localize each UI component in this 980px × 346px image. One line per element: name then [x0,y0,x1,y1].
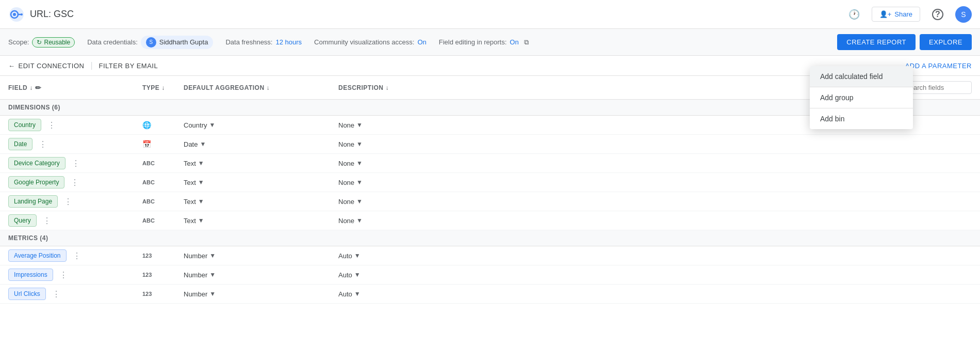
field-chip-date[interactable]: Date [8,138,32,150]
add-bin-menu-item[interactable]: Add bin [810,108,913,129]
type-cell: 123 [142,291,184,297]
explore-button[interactable]: EXPLORE [920,34,972,50]
default-aggregation-cell: None ▼ [338,198,442,206]
auto-dropdown-arrow[interactable]: ▼ [354,290,361,297]
none-dropdown-arrow[interactable]: ▼ [356,160,363,167]
type-cell: ABC [142,217,184,224]
table-row: Device Category ⋮ ABC Text ▼ None ▼ [0,154,980,173]
help-icon: ? [932,9,943,20]
add-parameter-button[interactable]: ADD A PARAMETER [905,62,972,70]
metrics-section-header: METRICS (4) [0,230,980,246]
aggregation-dropdown-arrow[interactable]: ▼ [198,160,204,167]
field-editing-item: Field editing in reports: On ⧉ [439,38,531,47]
default-aggregation-cell: None ▼ [338,160,442,167]
freshness-label: Data freshness: [225,38,272,46]
field-edit-icon[interactable]: ✏ [35,84,42,92]
share-button[interactable]: 👤+ Share [872,7,920,22]
credentials-label: Data credentials: [87,38,138,46]
field-chip-landing-page[interactable]: Landing Page [8,195,58,208]
scope-bar: Scope: ↻ Reusable Data credentials: S Si… [0,29,980,56]
globe-icon: 🌐 [142,121,151,129]
aggregation-dropdown-arrow[interactable]: ▼ [209,121,216,129]
drag-handle[interactable]: ⋮ [59,270,68,280]
aggregation-dropdown-arrow[interactable]: ▼ [198,179,204,186]
aggregation-dropdown-arrow[interactable]: ▼ [209,252,216,259]
aggregation-dropdown-arrow[interactable]: ▼ [209,290,216,297]
drag-handle[interactable]: ⋮ [39,139,47,149]
field-chip-device-category[interactable]: Device Category [8,157,66,169]
aggregation-cell: Text ▼ [184,179,338,186]
reusable-icon: ↻ [37,39,42,46]
type-cell: 123 [142,272,184,278]
add-group-menu-item[interactable]: Add group [810,87,913,108]
help-button[interactable]: ? [928,5,947,24]
share-icon: 👤+ [879,10,892,18]
table-row: Url Clicks ⋮ 123 Number ▼ Auto ▼ [0,285,980,304]
history-icon: 🕐 [848,9,860,20]
drag-handle[interactable]: ⋮ [52,289,60,299]
default-aggregation-cell: Auto ▼ [338,271,442,279]
description-sort-icon[interactable]: ↓ [386,84,389,91]
app-title: URL: GSC [30,9,74,20]
field-chip-url-clicks[interactable]: Url Clicks [8,288,46,300]
drag-handle[interactable]: ⋮ [71,178,79,187]
drag-handle[interactable]: ⋮ [47,120,56,130]
table-row: Average Position ⋮ 123 Number ▼ Auto ▼ [0,246,980,265]
default-aggregation-cell: None ▼ [338,140,442,148]
freshness-item: Data freshness: 12 hours [225,38,302,46]
field-chip-impressions[interactable]: Impressions [8,269,53,281]
community-label: Community visualizations access: [314,38,414,46]
none-dropdown-arrow[interactable]: ▼ [356,217,363,224]
separator: | [90,61,92,70]
nav-actions: 🕐 👤+ Share ? S [845,5,972,24]
aggregation-dropdown-arrow[interactable]: ▼ [200,140,206,148]
history-button[interactable]: 🕐 [845,5,863,24]
table-row: Google Property ⋮ ABC Text ▼ None ▼ [0,173,980,192]
add-calculated-field-menu-item[interactable]: Add calculated field [810,66,913,87]
type-cell: ABC [142,179,184,185]
create-report-button[interactable]: CREATE REPORT [837,34,916,50]
field-chip-google-property[interactable]: Google Property [8,176,64,188]
table-row: Date ⋮ 📅 Date ▼ None ▼ [0,135,980,154]
aggregation-cell: Number ▼ [184,252,338,260]
drag-handle[interactable]: ⋮ [72,159,80,168]
field-chip-average-position[interactable]: Average Position [8,249,67,262]
default-aggregation-cell: Auto ▼ [338,290,442,298]
aggregation-column-header: Default Aggregation ↓ [184,81,338,94]
community-value: On [417,38,426,46]
text-icon: ABC [142,179,155,185]
copy-icon[interactable]: ⧉ [522,38,531,47]
edit-connection-button[interactable]: ← EDIT CONNECTION [8,62,84,70]
number-icon: 123 [142,272,152,278]
auto-dropdown-arrow[interactable]: ▼ [354,271,361,278]
user-avatar[interactable]: S [955,6,972,23]
text-icon: ABC [142,217,155,224]
scope-actions: CREATE REPORT EXPLORE [837,34,972,50]
field-sort-icon[interactable]: ↓ [29,84,33,91]
none-dropdown-arrow[interactable]: ▼ [356,179,363,186]
auto-dropdown-arrow[interactable]: ▼ [354,252,361,259]
none-dropdown-arrow[interactable]: ▼ [356,121,363,129]
aggregation-sort-icon[interactable]: ↓ [267,84,270,91]
aggregation-dropdown-arrow[interactable]: ▼ [198,198,204,205]
freshness-value[interactable]: 12 hours [275,38,302,46]
none-dropdown-arrow[interactable]: ▼ [356,198,363,205]
type-sort-icon[interactable]: ↓ [161,84,165,91]
aggregation-dropdown-arrow[interactable]: ▼ [198,217,204,224]
drag-handle[interactable]: ⋮ [73,251,81,261]
back-arrow-icon: ← [8,62,15,70]
aggregation-dropdown-arrow[interactable]: ▼ [209,271,216,278]
field-chip-query[interactable]: Query [8,214,37,227]
field-chip-country[interactable]: Country [8,119,41,131]
default-aggregation-cell: None ▼ [338,217,442,225]
reusable-badge: ↻ Reusable [32,37,75,48]
drag-handle[interactable]: ⋮ [64,197,72,207]
drag-handle[interactable]: ⋮ [43,216,51,226]
table-row: Landing Page ⋮ ABC Text ▼ None ▼ [0,192,980,211]
none-dropdown-arrow[interactable]: ▼ [356,140,363,148]
search-input[interactable] [905,84,967,91]
filter-by-email-button[interactable]: FILTER BY EMAIL [99,62,158,70]
default-aggregation-cell: Auto ▼ [338,252,442,260]
logo-area: URL: GSC [8,6,845,23]
text-icon: ABC [142,160,155,166]
